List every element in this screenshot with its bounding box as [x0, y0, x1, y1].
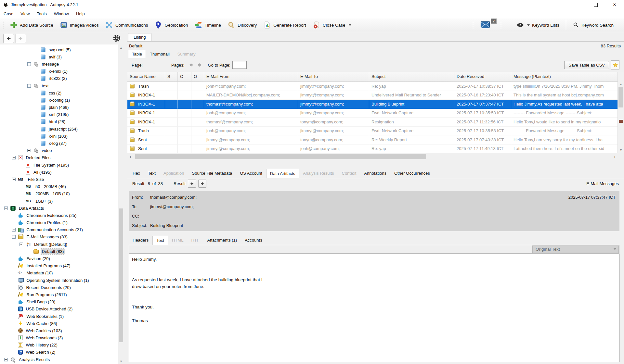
tree-item-web-bookmarks-1[interactable]: Web Bookmarks (1) — [0, 313, 118, 320]
tree-item-x-emlx-1[interactable]: x-emlx (1) — [0, 68, 118, 75]
scroll-up-icon[interactable]: ▲ — [618, 82, 624, 87]
column-header-message-plaintext[interactable]: Message (Plaintext) — [511, 72, 618, 82]
goto-page-input[interactable] — [232, 61, 247, 69]
expand-icon[interactable] — [4, 358, 8, 361]
gear-icon[interactable] — [113, 34, 121, 42]
menu-tools[interactable]: Tools — [33, 11, 50, 16]
column-header-c[interactable]: C — [178, 72, 191, 82]
scrollbar-thumb[interactable] — [618, 87, 623, 107]
tree-item-data-artifacts[interactable]: Data Artifacts — [0, 205, 118, 212]
column-header-e-mail-to[interactable]: E-Mail To — [298, 72, 369, 82]
content-tab-data-artifacts[interactable]: Data Artifacts — [266, 169, 299, 178]
tree-item-installed-programs-47[interactable]: Installed Programs (47) — [0, 262, 118, 270]
tab-table[interactable]: Table — [128, 50, 146, 58]
tree-scrollbar[interactable]: ▲ ▼ — [118, 44, 124, 364]
expand-icon[interactable] — [12, 228, 16, 232]
maximize-button[interactable] — [586, 0, 605, 9]
mail-notifications-button[interactable]: 2 — [480, 21, 490, 29]
collapse-icon[interactable] — [20, 243, 23, 246]
save-table-csv-button[interactable]: Save Table as CSV — [564, 61, 609, 69]
tree-item-video[interactable]: video — [0, 147, 118, 154]
tree-item-svg-xml-5[interactable]: svg+xml (5) — [0, 46, 118, 53]
tree-item-favicon-29[interactable]: Favicon (29) — [0, 255, 118, 262]
tree-item-1gb-3[interactable]: 1GB+ (3) — [0, 197, 118, 205]
tree-item-200mb-1gb-10[interactable]: 200MB - 1GB (10) — [0, 190, 118, 197]
content-tab-annotations[interactable]: Annotations — [360, 169, 390, 178]
close-button[interactable]: ✕ — [605, 0, 624, 9]
table-scrollbar[interactable]: ▲ ▼ — [618, 72, 624, 153]
tree-item-chromium-extensions-25[interactable]: Chromium Extensions (25) — [0, 212, 118, 219]
images-videos-button[interactable]: Images/Videos — [57, 18, 102, 32]
tree-item-default-default[interactable]: Default ([Default]) — [0, 241, 118, 248]
tree-item-x-ini-103[interactable]: x-ini (103) — [0, 132, 118, 140]
menu-case[interactable]: Case — [0, 11, 17, 16]
tree-item-web-cache-86[interactable]: Web Cache (86) — [0, 320, 118, 327]
tree-item-all-4195[interactable]: All (4195) — [0, 169, 118, 176]
tree-item-metadata-10[interactable]: Metadata (10) — [0, 270, 118, 277]
tree-item-html-28[interactable]: html (28) — [0, 118, 118, 125]
email-tab-text[interactable]: Text — [152, 236, 168, 245]
tree-item-plain-469[interactable]: plain (469) — [0, 104, 118, 111]
tree-item-avif-3[interactable]: avif (3) — [0, 53, 118, 60]
collapse-icon[interactable] — [4, 207, 8, 210]
scroll-down-icon[interactable]: ▼ — [618, 147, 624, 153]
forward-button[interactable] — [15, 34, 26, 43]
back-button[interactable] — [3, 34, 14, 43]
collapse-icon[interactable] — [12, 178, 16, 181]
tree-item-usb-device-attached-2[interactable]: USB Device Attached (2) — [0, 306, 118, 313]
tab-listing[interactable]: Listing — [128, 33, 151, 41]
scrollbar-thumb[interactable] — [135, 154, 426, 159]
communications-button[interactable]: Communications — [102, 18, 151, 32]
tree-item-x-config-1[interactable]: x-config (1) — [0, 96, 118, 104]
tree-item-web-history-22[interactable]: Web History (22) — [0, 342, 118, 349]
tree-item-analysis-results[interactable]: Analysis Results — [0, 356, 118, 363]
tree-item-default-83[interactable]: Default (83) — [0, 248, 118, 255]
generate-report-button[interactable]: Generate Report — [260, 18, 309, 32]
tree-item-javascript-264[interactable]: javascript (264) — [0, 125, 118, 132]
timeline-button[interactable]: Timeline — [191, 18, 224, 32]
table-row[interactable]: INBOX-1thomasf@company.com;jimmyt@compan… — [127, 100, 618, 109]
collapse-icon[interactable] — [12, 156, 16, 159]
tree-item-x-log-37[interactable]: x-log (37) — [0, 140, 118, 147]
menu-window[interactable]: Window — [50, 11, 72, 16]
table-row[interactable]: Sentjimmyt@company.com;tonym@company.com… — [127, 135, 618, 144]
column-header-e-mail-from[interactable]: E-Mail From — [204, 72, 298, 82]
email-tab-attachments-1[interactable]: Attachments (1) — [203, 236, 241, 245]
table-row[interactable]: INBOX-1jonh@company.com;jimmyt@company.c… — [127, 109, 618, 118]
table-row[interactable]: Trashjonh@company.com;jimmyt@company.com… — [127, 82, 618, 91]
email-tab-headers[interactable]: Headers — [129, 236, 152, 245]
minimize-button[interactable]: — — [567, 0, 586, 9]
star-icon[interactable] — [611, 60, 619, 69]
scroll-right-icon[interactable]: › — [612, 153, 618, 160]
tree-item-communication-accounts-21[interactable]: Communication Accounts (21) — [0, 226, 118, 233]
next-result-button[interactable] — [198, 180, 206, 188]
tree-item-chromium-profiles-1[interactable]: Chromium Profiles (1) — [0, 219, 118, 226]
tree-item-css-2[interactable]: css (2) — [0, 89, 118, 96]
content-tab-os-account[interactable]: OS Account — [236, 169, 266, 178]
keyword-lists-button[interactable]: Keyword Lists — [512, 18, 564, 32]
tree-item-web-cookies-103[interactable]: Web Cookies (103) — [0, 327, 118, 334]
tree-item-message[interactable]: message — [0, 60, 118, 68]
tree-item-file-system-4195[interactable]: File System (4195) — [0, 161, 118, 169]
content-tab-hex[interactable]: Hex — [129, 169, 144, 178]
prev-result-button[interactable] — [188, 180, 196, 188]
expand-icon[interactable] — [27, 149, 31, 152]
email-tab-accounts[interactable]: Accounts — [241, 236, 266, 245]
table-row[interactable]: INBOX-1thomasf@company.com;tonym@company… — [127, 118, 618, 127]
close-case-button[interactable]: Close Case — [309, 18, 355, 32]
keyword-search-button[interactable]: Keyword Search — [568, 18, 622, 32]
table-row[interactable]: Trashjonh@company.com;jimmyt@company.com… — [127, 127, 618, 136]
tree-item-file-size[interactable]: File Size — [0, 176, 118, 183]
tree-item-deleted-files[interactable]: Deleted Files — [0, 154, 118, 161]
column-header-o[interactable]: O — [191, 72, 204, 82]
tree-item-run-programs-2811[interactable]: Run Programs (2811) — [0, 291, 118, 298]
collapse-icon[interactable] — [27, 84, 31, 88]
collapse-icon[interactable] — [27, 62, 31, 66]
scroll-down-icon[interactable]: ▼ — [118, 359, 124, 364]
tree-item-xml-2195[interactable]: xml (2195) — [0, 111, 118, 118]
discovery-button[interactable]: Discovery — [224, 18, 260, 32]
tree-item-operating-system-information-1[interactable]: Operating System Information (1) — [0, 277, 118, 284]
tree-item-shell-bags-29[interactable]: Shell Bags (29) — [0, 298, 118, 306]
column-header-subject[interactable]: Subject — [369, 72, 454, 82]
menu-help[interactable]: Help — [72, 11, 88, 16]
